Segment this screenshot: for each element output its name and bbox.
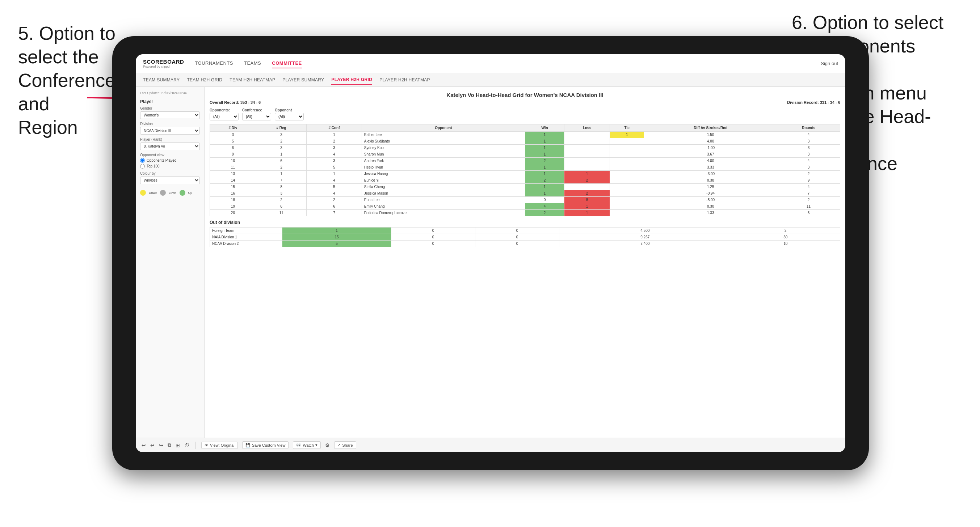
table-row: 14 7 4 Eunice Yi 2 2 0.38 9 (210, 177, 840, 184)
cell-diff: 1.50 (644, 132, 777, 138)
watch-btn[interactable]: 👀 Watch ▾ (293, 441, 321, 449)
cell-opponent: Heejo Hyun (362, 164, 525, 171)
cell-win: 1 (525, 184, 564, 190)
save-custom-view-btn[interactable]: 💾 Save Custom View (242, 441, 289, 449)
opponent-view-played[interactable]: Opponents Played (140, 158, 200, 163)
cell-loss: 1 (565, 203, 610, 210)
cell-div: 6 (210, 145, 256, 151)
copy-icon[interactable]: ⧉ (168, 442, 171, 448)
colour-by-select[interactable]: Win/loss (140, 176, 200, 184)
col-header-div: # Div (210, 124, 256, 132)
redo-icon[interactable]: ↪ (159, 442, 163, 448)
cell-div: 18 (210, 197, 256, 203)
opponent-view-top100[interactable]: Top 100 (140, 164, 200, 168)
nav-sign-out[interactable]: Sign out (821, 61, 838, 66)
cell-reg: 3 (256, 132, 306, 138)
division-select[interactable]: NCAA Division III (140, 127, 200, 135)
table-row: 3 3 1 Esther Lee 1 1 1.50 4 (210, 132, 840, 138)
cell-tie (610, 151, 644, 158)
cell-diff: 4.00 (644, 158, 777, 164)
cell-opponent: Esther Lee (362, 132, 525, 138)
cell-div: 5 (210, 138, 256, 145)
color-dot-level (160, 190, 166, 196)
cell-tie (610, 190, 644, 197)
table-row: 5 2 2 Alexis Sudjianto 1 4.00 3 (210, 138, 840, 145)
ood-cell-win: 15 (282, 234, 391, 241)
cell-win: 2 (525, 177, 564, 184)
watch-chevron: ▾ (315, 443, 318, 448)
conference-select[interactable]: (All) (242, 113, 271, 121)
nav-teams[interactable]: TEAMS (244, 59, 261, 68)
cell-reg: 7 (256, 177, 306, 184)
cell-div: 19 (210, 203, 256, 210)
view-original-btn[interactable]: 👁 View: Original (201, 442, 238, 449)
cell-win: 1 (525, 138, 564, 145)
cell-loss (565, 184, 610, 190)
color-legend: Down Level Up (140, 190, 200, 196)
col-header-conf: # Conf (307, 124, 362, 132)
opponent-select[interactable]: (All) (275, 113, 304, 121)
cell-rounds: 6 (777, 210, 840, 216)
color-label-down: Down (149, 191, 157, 195)
opponent-view-label: Opponent view (140, 153, 200, 157)
cell-reg: 2 (256, 138, 306, 145)
cell-rounds: 3 (777, 138, 840, 145)
cell-rounds: 3 (777, 164, 840, 171)
cell-diff: 1.33 (644, 210, 777, 216)
sub-nav-team-h2h-grid[interactable]: TEAM H2H GRID (187, 76, 222, 84)
timer-icon[interactable]: ⏱ (184, 442, 189, 448)
sub-nav-team-summary[interactable]: TEAM SUMMARY (143, 76, 180, 84)
cell-div: 20 (210, 210, 256, 216)
cell-diff: 3.33 (644, 164, 777, 171)
cell-diff: -5.00 (644, 197, 777, 203)
cell-tie (610, 177, 644, 184)
ood-cell-opponent: NAIA Division 1 (210, 234, 282, 241)
ood-cell-opponent: Foreign Team (210, 227, 282, 234)
opponent-filter: Opponent (All) (275, 108, 304, 121)
share-btn[interactable]: ↗ Share (334, 441, 356, 449)
col-header-opponent: Opponent (362, 124, 525, 132)
nav-tournaments[interactable]: TOURNAMENTS (195, 59, 233, 68)
color-dot-up (180, 190, 185, 196)
cell-reg: 3 (256, 145, 306, 151)
sidebar: Last Updated: 27/03/2024 06:34 Player Ge… (136, 87, 205, 438)
cell-conf: 2 (307, 138, 362, 145)
paste-icon[interactable]: ⊞ (176, 442, 180, 448)
cell-conf: 5 (307, 184, 362, 190)
sub-nav-team-h2h-heatmap[interactable]: TEAM H2H HEATMAP (229, 76, 275, 84)
ood-cell-loss: 0 (391, 234, 475, 241)
nav-items: TOURNAMENTS TEAMS COMMITTEE (195, 59, 821, 68)
nav-committee[interactable]: COMMITTEE (272, 59, 302, 68)
opponents-select[interactable]: (All) (210, 113, 239, 121)
ood-cell-loss: 0 (391, 227, 475, 234)
ood-cell-diff: 4.500 (559, 227, 731, 234)
ood-cell-loss: 0 (391, 241, 475, 247)
toolbar-divider (195, 442, 196, 449)
tablet-screen: SCOREBOARD Powered by clippd TOURNAMENTS… (136, 54, 845, 452)
undo-icon[interactable]: ↩ (142, 442, 146, 448)
undo2-icon[interactable]: ↩ (150, 442, 154, 448)
sub-nav-player-h2h-heatmap[interactable]: PLAYER H2H HEATMAP (379, 76, 430, 84)
table-row: 15 8 5 Stella Cheng 1 1.25 4 (210, 184, 840, 190)
division-label: Division (140, 122, 200, 126)
settings-icon[interactable]: ⚙ (325, 442, 330, 448)
cell-loss: 8 (565, 197, 610, 203)
ood-cell-opponent: NCAA Division 2 (210, 241, 282, 247)
col-header-win: Win (525, 124, 564, 132)
sub-nav-player-summary[interactable]: PLAYER SUMMARY (282, 76, 324, 84)
player-rank-select[interactable]: 8. Katelyn Vo (140, 143, 200, 150)
sub-nav-player-h2h-grid[interactable]: PLAYER H2H GRID (331, 75, 372, 85)
cell-reg: 2 (256, 197, 306, 203)
table-row: 6 3 3 Sydney Kuo 1 -1.00 3 (210, 145, 840, 151)
nav-bar: SCOREBOARD Powered by clippd TOURNAMENTS… (136, 54, 845, 73)
ood-cell-rounds: 2 (731, 227, 840, 234)
gender-label: Gender (140, 106, 200, 110)
cell-loss: 1 (565, 171, 610, 177)
cell-diff: -0.94 (644, 190, 777, 197)
cell-loss (565, 138, 610, 145)
gender-select[interactable]: Women's (140, 111, 200, 119)
cell-loss (565, 158, 610, 164)
col-header-diff: Diff Av Strokes/Rnd (644, 124, 777, 132)
cell-tie (610, 158, 644, 164)
cell-rounds: 11 (777, 203, 840, 210)
